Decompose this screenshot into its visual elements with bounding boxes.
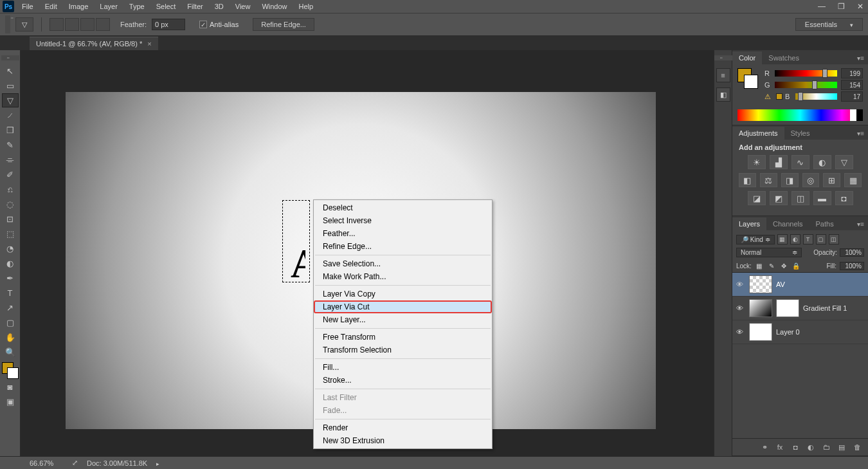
- intersect-selection-button[interactable]: [96, 18, 110, 31]
- lock-pixels-icon[interactable]: ✎: [767, 261, 776, 270]
- lock-position-icon[interactable]: ✥: [779, 261, 788, 270]
- crop-tool[interactable]: ❒: [2, 123, 19, 137]
- visibility-icon[interactable]: 👁: [736, 280, 745, 288]
- new-selection-button[interactable]: [50, 18, 64, 31]
- color-swatches[interactable]: [2, 362, 19, 379]
- layer-row[interactable]: 👁Gradient Fill 1: [732, 297, 868, 320]
- colorbalance-icon[interactable]: ⚖: [760, 173, 777, 187]
- visibility-icon[interactable]: 👁: [736, 328, 745, 336]
- menu-layer[interactable]: Layer: [100, 3, 118, 10]
- dock-grip-icon[interactable]: [714, 55, 732, 60]
- properties-panel-icon[interactable]: ◧: [716, 87, 730, 102]
- panel-menu-icon[interactable]: ▾≡: [853, 127, 868, 140]
- type-tool[interactable]: T: [2, 286, 19, 300]
- subtract-selection-button[interactable]: [80, 18, 95, 31]
- canvas-area[interactable]: A DeselectSelect InverseFeather...Refine…: [21, 50, 714, 456]
- quick-mask-button[interactable]: ◙: [2, 380, 19, 394]
- lock-all-icon[interactable]: 🔒: [791, 261, 800, 270]
- feather-input[interactable]: [152, 19, 185, 30]
- antialias-checkbox-wrap[interactable]: Anti-alias: [199, 21, 239, 28]
- tab-channels[interactable]: Channels: [766, 217, 809, 230]
- context-menu-item[interactable]: Fill...: [314, 361, 492, 374]
- levels-icon[interactable]: ▟: [770, 155, 788, 169]
- r-value[interactable]: [841, 68, 863, 78]
- eyedropper-tool[interactable]: ✎: [2, 138, 19, 152]
- context-menu-item[interactable]: Select Inverse: [314, 214, 492, 227]
- add-selection-button[interactable]: [65, 18, 79, 31]
- context-menu-item[interactable]: Deselect: [314, 201, 492, 214]
- lock-transparent-icon[interactable]: ▦: [755, 261, 764, 270]
- fill-value[interactable]: 100%: [840, 262, 864, 270]
- exposure-icon[interactable]: ◐: [813, 155, 831, 169]
- brightness-icon[interactable]: ☀: [748, 155, 766, 169]
- close-button[interactable]: ✕: [855, 1, 865, 12]
- menu-edit[interactable]: Edit: [45, 3, 57, 10]
- background-color[interactable]: [7, 367, 19, 379]
- context-menu-item[interactable]: Feather...: [314, 227, 492, 240]
- channelmixer-icon[interactable]: ⊞: [823, 173, 840, 187]
- grip-icon[interactable]: [5, 15, 10, 33]
- toolbar-grip-icon[interactable]: [1, 55, 19, 60]
- context-menu-item[interactable]: Last Filter: [314, 391, 492, 404]
- status-resize-icon[interactable]: ⤢: [72, 459, 78, 467]
- threshold-icon[interactable]: ◫: [791, 191, 809, 205]
- layer-row[interactable]: 👁AV: [732, 273, 868, 297]
- hue-icon[interactable]: ◧: [739, 173, 756, 187]
- menu-help[interactable]: Help: [299, 3, 314, 10]
- curves-icon[interactable]: ∿: [791, 155, 809, 169]
- layer-row[interactable]: 👁Layer 0: [732, 320, 868, 344]
- maximize-button[interactable]: ❐: [836, 1, 846, 12]
- context-menu-item[interactable]: New Layer...: [314, 313, 492, 326]
- layer-fx-icon[interactable]: fx: [774, 442, 786, 452]
- context-menu-item[interactable]: Refine Edge...: [314, 240, 492, 253]
- menu-image[interactable]: Image: [69, 3, 89, 10]
- blend-mode-select[interactable]: Normal ≑: [736, 248, 802, 257]
- b-slider[interactable]: [795, 93, 837, 100]
- lasso-tool[interactable]: ▽: [2, 93, 19, 107]
- stamp-tool[interactable]: ⎌: [2, 182, 19, 196]
- blur-tool[interactable]: ◔: [2, 241, 19, 255]
- new-fill-icon[interactable]: ◐: [805, 442, 817, 452]
- menu-file[interactable]: File: [22, 3, 33, 10]
- filter-shape-icon[interactable]: ▢: [816, 234, 826, 244]
- closest-color-icon[interactable]: [776, 93, 782, 100]
- g-value[interactable]: [841, 80, 863, 90]
- context-menu-item[interactable]: Render: [314, 421, 492, 434]
- path-select-tool[interactable]: ↗: [2, 300, 19, 315]
- move-tool[interactable]: ↖: [2, 64, 19, 78]
- antialias-checkbox[interactable]: [199, 21, 207, 28]
- gradient-tool[interactable]: ⬚: [2, 226, 19, 241]
- quick-select-tool[interactable]: ⟋: [2, 108, 19, 122]
- context-menu-item[interactable]: Layer Via Copy: [314, 288, 492, 300]
- color-spectrum[interactable]: [737, 109, 863, 121]
- history-panel-icon[interactable]: ≡: [716, 68, 730, 82]
- gradientmap-icon[interactable]: ▬: [813, 191, 831, 205]
- history-brush-tool[interactable]: ◌: [2, 197, 19, 211]
- context-menu-item[interactable]: New 3D Extrusion: [314, 434, 492, 447]
- tab-layers[interactable]: Layers: [732, 217, 766, 230]
- panel-menu-icon[interactable]: ▾≡: [853, 52, 868, 64]
- bg-color[interactable]: [744, 75, 758, 89]
- workspace-switcher[interactable]: Essentials: [795, 18, 863, 31]
- healing-tool[interactable]: ⌯: [2, 152, 19, 167]
- menu-filter[interactable]: Filter: [187, 3, 203, 10]
- menu-type[interactable]: Type: [129, 3, 145, 10]
- menu-view[interactable]: View: [235, 3, 251, 10]
- context-menu-item[interactable]: Free Transform: [314, 331, 492, 344]
- add-mask-icon[interactable]: ◘: [790, 442, 801, 452]
- filter-kind-select[interactable]: 🔎 Kind ≑: [736, 235, 775, 244]
- context-menu-item[interactable]: Save Selection...: [314, 257, 492, 270]
- filter-pixel-icon[interactable]: ▦: [777, 234, 788, 244]
- mask-thumbnail[interactable]: [776, 299, 799, 317]
- b-value[interactable]: [841, 91, 863, 102]
- tab-paths[interactable]: Paths: [809, 217, 840, 230]
- context-menu-item[interactable]: Fade...: [314, 404, 492, 417]
- selectivecolor-icon[interactable]: ◘: [835, 191, 853, 205]
- current-tool-icon[interactable]: ▽: [15, 17, 33, 32]
- context-menu-item[interactable]: Make Work Path...: [314, 270, 492, 283]
- tab-color[interactable]: Color: [732, 51, 762, 64]
- color-swatches-icon[interactable]: [737, 68, 758, 89]
- eraser-tool[interactable]: ⊡: [2, 212, 19, 226]
- layer-thumbnail[interactable]: [749, 323, 772, 341]
- delete-layer-icon[interactable]: 🗑: [851, 442, 863, 452]
